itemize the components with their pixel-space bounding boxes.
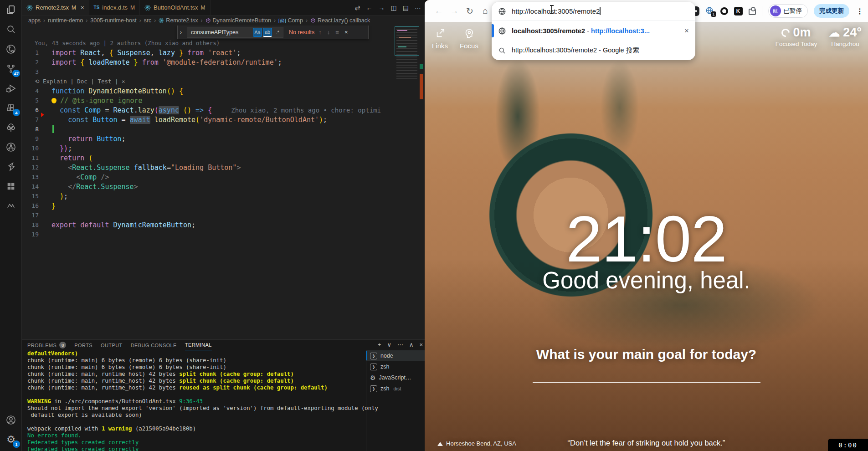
tab-problems[interactable]: PROBLEMS 8	[27, 340, 66, 350]
breadcrumb-item[interactable]: runtime-demo	[48, 17, 83, 24]
layout-icon[interactable]: ▤	[403, 4, 409, 11]
find-collapse-icon[interactable]: ›	[178, 29, 184, 36]
code-editor[interactable]: You, 43 seconds ago | 2 authors (Zhou xi…	[22, 26, 425, 339]
breadcrumb-item[interactable]: 3005-runtime-host	[90, 17, 136, 24]
match-case-toggle[interactable]: Aa	[253, 28, 262, 37]
extensions-icon[interactable]: 4	[0, 98, 22, 118]
find-input[interactable]: consumeAPITypes Aa ab .*	[187, 27, 283, 38]
find-prev-icon[interactable]: ↑	[317, 29, 323, 36]
circle-extension-icon[interactable]	[720, 7, 728, 15]
find-in-selection-icon[interactable]: ≡	[334, 29, 340, 36]
code-line[interactable]: 13 <Comp />	[22, 172, 425, 182]
new-terminal-icon[interactable]: +	[378, 341, 381, 348]
code-line[interactable]: 17	[22, 210, 425, 220]
remote-explorer-icon[interactable]	[0, 39, 22, 59]
search-icon[interactable]	[0, 20, 22, 39]
terminal-list-item[interactable]: ⚙JavaScript…	[366, 372, 425, 383]
breadcrumb-item[interactable]: Comp	[288, 17, 303, 24]
code-line[interactable]: 19	[22, 230, 425, 239]
code-line[interactable]: 8	[22, 124, 425, 134]
code-line[interactable]: 2import { loadRemote } from '@module-fed…	[22, 57, 425, 67]
panel-close-icon[interactable]: ×	[419, 341, 423, 348]
address-bar[interactable]: http://localhost:3005/remote2	[492, 2, 695, 21]
close-icon[interactable]: ×	[81, 4, 84, 11]
forward-icon[interactable]: →	[447, 6, 462, 16]
code-line[interactable]: 5// @ts-ignore ignore	[22, 96, 425, 105]
focused-today-widget[interactable]: 0m Focused Today	[776, 26, 817, 47]
address-input[interactable]: http://localhost:3005/remote2	[512, 7, 600, 15]
panel-more-icon[interactable]: ⋯	[397, 341, 403, 348]
line-number: 15	[22, 193, 39, 200]
back-icon[interactable]: ←	[431, 6, 447, 16]
links-widget[interactable]: Links	[432, 28, 448, 50]
split-editor-icon[interactable]: ◫	[391, 4, 397, 11]
breadcrumb-item[interactable]: apps	[28, 17, 41, 24]
regex-toggle[interactable]: .*	[273, 28, 282, 37]
breadcrumb-item[interactable]: DynamicRemoteButton	[213, 17, 272, 24]
code-line[interactable]: 16}	[22, 201, 425, 210]
code-line[interactable]: 7 const Button = await loadRemote('dynam…	[22, 115, 425, 124]
goal-input[interactable]	[533, 382, 760, 383]
code-line[interactable]: 4function DynamicRemoteButton() {	[22, 86, 425, 96]
more-actions-icon[interactable]: ⋯	[415, 4, 421, 11]
account-icon[interactable]	[0, 410, 22, 430]
settings-gear-icon[interactable]: ⚙ 1	[0, 430, 22, 449]
tab-ports[interactable]: PORTS	[74, 340, 92, 350]
nav-forward-icon[interactable]: →	[379, 4, 385, 11]
browser-menu-icon[interactable]: ⋮	[856, 7, 863, 15]
home-icon[interactable]: ⌂	[478, 6, 493, 16]
share-extension-icon[interactable]	[0, 137, 22, 157]
terminal-list-item[interactable]: ❯zsh	[366, 361, 425, 372]
tab-remote2[interactable]: Remote2.tsx M ×	[22, 0, 89, 15]
code-line[interactable]: 11 return (	[22, 153, 425, 163]
code-line[interactable]: 3	[22, 67, 425, 77]
tab-output[interactable]: OUTPUT	[101, 340, 123, 350]
wave-extension-icon[interactable]	[0, 196, 22, 215]
breadcrumb-item[interactable]: src	[144, 17, 152, 24]
terminal-dropdown-icon[interactable]: ∨	[387, 341, 391, 348]
terminal-output[interactable]: defaultVendors)chunk (runtime: main) 6 b…	[27, 350, 365, 451]
run-debug-icon[interactable]	[0, 78, 22, 98]
paused-pill[interactable]: 航 已暂停	[768, 4, 808, 18]
suggestion-row[interactable]: http://localhost:3005/remote2 - Google 搜…	[492, 41, 695, 60]
code-line[interactable]: 6 const Comp = React.lazy(async () => {Z…	[22, 105, 425, 115]
whole-word-toggle[interactable]: ab	[263, 28, 272, 37]
code-line[interactable]: 14 </React.Suspense>	[22, 182, 425, 191]
find-close-icon[interactable]: ×	[343, 29, 349, 36]
terminal-list-item[interactable]: ❯zshdist	[366, 383, 425, 394]
update-button[interactable]: 完成更新	[814, 4, 849, 18]
suggestion-row[interactable]: localhost:3005/remote2 - http://localhos…	[492, 21, 695, 41]
code-line[interactable]: 1import React, { Suspense, lazy } from '…	[22, 48, 425, 57]
code-line[interactable]: 12 <React.Suspense fallback="Loading But…	[22, 163, 425, 172]
weather-widget[interactable]: ☁24° Hangzhou	[829, 26, 862, 47]
tab-debug-console[interactable]: DEBUG CONSOLE	[131, 340, 177, 350]
focus-widget[interactable]: Focus	[460, 28, 478, 50]
code-line[interactable]: 10 });	[22, 144, 425, 153]
code-line[interactable]: 9 return Button;	[22, 134, 425, 144]
source-control-icon[interactable]: 47	[0, 59, 22, 78]
logo-extension-icon[interactable]	[0, 157, 22, 176]
react-icon	[159, 18, 164, 23]
compare-icon[interactable]: ⇄	[355, 4, 360, 11]
k-extension-icon[interactable]: K	[734, 7, 743, 15]
tab-buttonoldant[interactable]: ButtonOldAnt.tsx M	[140, 0, 211, 15]
tab-terminal[interactable]: TERMINAL	[185, 340, 212, 350]
code-line[interactable]: 15 );	[22, 191, 425, 201]
globe-extension-icon[interactable]: 1	[705, 6, 714, 15]
lightbulb-icon[interactable]	[51, 98, 56, 103]
breadcrumb-item[interactable]: Remote2.tsx	[166, 17, 198, 24]
explorer-icon[interactable]	[0, 0, 22, 20]
minimap[interactable]	[396, 26, 417, 80]
terminal-list-item[interactable]: ❯node	[366, 350, 425, 361]
breadcrumb-item[interactable]: React.lazy() callback	[318, 17, 370, 24]
remove-suggestion-icon[interactable]: ×	[684, 26, 689, 36]
reload-icon[interactable]: ↻	[462, 6, 478, 16]
puzzle-extensions-icon[interactable]	[749, 9, 756, 15]
panel-maximize-icon[interactable]: ∧	[409, 341, 414, 348]
code-line[interactable]: 18export default DynamicRemoteButton;	[22, 220, 425, 230]
nav-back-icon[interactable]: ←	[366, 4, 373, 11]
find-next-icon[interactable]: ↓	[326, 29, 332, 36]
tree-extension-icon[interactable]	[0, 118, 22, 137]
tab-index-dts[interactable]: TS index.d.ts M	[89, 0, 140, 15]
grid-extension-icon[interactable]	[0, 176, 22, 196]
